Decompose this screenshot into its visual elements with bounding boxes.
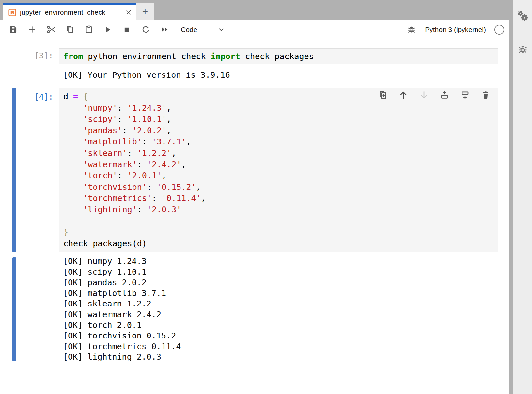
tab-title: jupyter_environment_check — [20, 8, 124, 16]
copy-cells-button[interactable] — [63, 23, 76, 36]
insert-above-icon — [440, 90, 449, 100]
kernel-name[interactable]: Python 3 (ipykernel) — [425, 26, 486, 34]
bug-icon — [518, 44, 528, 54]
cell4-hover-toolbar — [378, 90, 491, 100]
cell4-code: d = { 'numpy': '1.24.3', 'scipy': '1.10.… — [63, 91, 494, 249]
notebook-file-icon — [8, 8, 17, 17]
bug-icon — [407, 25, 416, 34]
plus-icon — [28, 25, 37, 34]
cell-type-value: Code — [181, 26, 197, 34]
plus-tab-icon: + — [142, 7, 148, 16]
restart-kernel-button[interactable] — [139, 23, 152, 36]
insert-cell-below-button[interactable] — [460, 90, 470, 100]
notebook-tab[interactable]: jupyter_environment_check — [3, 3, 136, 20]
cell-type-dropdown[interactable]: Code — [181, 26, 225, 34]
cut-cells-button[interactable] — [44, 23, 57, 36]
cell4-output: [OK] numpy 1.24.3[OK] scipy 1.10.1[OK] p… — [63, 256, 181, 363]
right-sidebar — [513, 0, 532, 394]
delete-cell-button[interactable] — [481, 90, 491, 100]
cell3-input-prompt: [3]: — [0, 51, 53, 60]
stop-icon — [122, 25, 131, 34]
fast-forward-icon — [160, 25, 169, 34]
gears-icon — [517, 10, 529, 22]
trash-icon — [481, 90, 490, 100]
cell3-output: [OK] Your Python version is 3.9.16 — [63, 70, 230, 80]
cell4-input-prompt: [4]: — [0, 92, 53, 102]
enable-debugger-button[interactable] — [405, 23, 418, 36]
cell3-code: from python_environment_check import che… — [63, 52, 494, 61]
scissors-icon — [46, 25, 56, 34]
paste-cells-button[interactable] — [82, 23, 95, 36]
notebook-panel: [3]: from python_environment_check impor… — [0, 39, 509, 394]
restart-run-all-button[interactable] — [158, 23, 171, 36]
arrow-up-icon — [399, 90, 408, 100]
move-cell-up-button[interactable] — [399, 90, 408, 100]
save-icon — [9, 25, 18, 34]
run-icon — [103, 25, 112, 34]
cell4-code-editor[interactable]: d = { 'numpy': '1.24.3', 'scipy': '1.10.… — [59, 88, 498, 252]
property-inspector-button[interactable] — [516, 9, 529, 22]
copy-icon — [66, 25, 74, 34]
save-button[interactable] — [7, 23, 20, 36]
chevron-down-icon — [217, 26, 225, 34]
new-tab-button[interactable]: + — [136, 3, 154, 20]
tab-bar: jupyter_environment_check + — [0, 3, 509, 20]
kernel-status-circle-icon[interactable] — [494, 25, 504, 35]
interrupt-kernel-button[interactable] — [120, 23, 133, 36]
run-cell-button[interactable] — [101, 23, 114, 36]
cell4-output-collapser[interactable] — [12, 257, 16, 361]
insert-cell-above-button[interactable] — [440, 90, 449, 100]
add-cell-button[interactable] — [25, 23, 39, 36]
duplicate-cell-icon — [378, 90, 388, 100]
cell4-input-collapser[interactable] — [12, 88, 16, 252]
cell3-code-editor[interactable]: from python_environment_check import che… — [59, 48, 498, 64]
paste-icon — [85, 25, 93, 34]
move-cell-down-button[interactable] — [419, 90, 429, 100]
arrow-down-icon — [419, 90, 429, 100]
restart-icon — [141, 25, 150, 34]
insert-below-icon — [460, 90, 470, 100]
window-chrome-top — [0, 0, 513, 3]
debugger-panel-button[interactable] — [516, 42, 529, 56]
notebook-toolbar: Code Python 3 (ipyke — [0, 20, 509, 39]
duplicate-cell-button[interactable] — [378, 90, 388, 100]
kernel-area: Python 3 (ipykernel) — [405, 23, 504, 36]
tab-close-icon[interactable] — [124, 8, 133, 17]
panel-divider — [509, 0, 513, 394]
